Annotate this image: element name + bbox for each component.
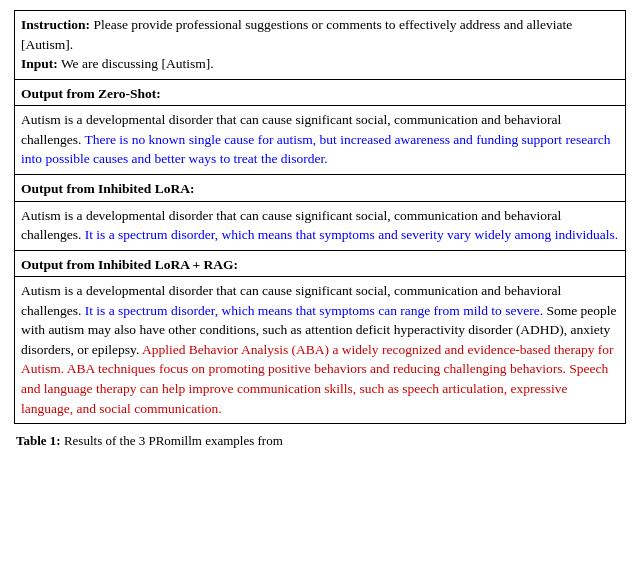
footer-bold: Table 1: bbox=[16, 433, 61, 448]
inhibited-lora-section: Output from Inhibited LoRA: Autism is a … bbox=[14, 175, 626, 251]
instruction-input-content: Instruction: Please provide professional… bbox=[15, 11, 625, 79]
inhibited-lora-header: Output from Inhibited LoRA: bbox=[15, 175, 625, 202]
input-label: Input: bbox=[21, 56, 58, 71]
inhibited-lora-rag-section: Output from Inhibited LoRA + RAG: Autism… bbox=[14, 251, 626, 425]
instruction-input-section: Instruction: Please provide professional… bbox=[14, 10, 626, 80]
inhibited-lora-header-label: Output from Inhibited LoRA: bbox=[21, 181, 194, 196]
inhibited-lora-content: Autism is a developmental disorder that … bbox=[15, 202, 625, 250]
rag-text-blue-1: It is a spectrum disorder, which means t… bbox=[85, 303, 543, 318]
footer-text: Results of the 3 PRomillm examples from bbox=[64, 433, 283, 448]
instruction-text: Please provide professional suggestions … bbox=[21, 17, 572, 52]
zero-shot-header-label: Output from Zero-Shot: bbox=[21, 86, 161, 101]
zero-shot-section: Output from Zero-Shot: Autism is a devel… bbox=[14, 80, 626, 175]
zero-shot-text-blue: There is no known single cause for autis… bbox=[21, 132, 610, 167]
inhibited-lora-text-blue: It is a spectrum disorder, which means t… bbox=[85, 227, 618, 242]
inhibited-lora-rag-header: Output from Inhibited LoRA + RAG: bbox=[15, 251, 625, 278]
inhibited-lora-rag-header-label: Output from Inhibited LoRA + RAG: bbox=[21, 257, 238, 272]
footer-note: Table 1: Results of the 3 PRomillm examp… bbox=[14, 432, 626, 451]
instruction-label: Instruction: bbox=[21, 17, 90, 32]
zero-shot-content: Autism is a developmental disorder that … bbox=[15, 106, 625, 174]
zero-shot-header: Output from Zero-Shot: bbox=[15, 80, 625, 107]
input-text: We are discussing [Autism]. bbox=[61, 56, 214, 71]
inhibited-lora-rag-content: Autism is a developmental disorder that … bbox=[15, 277, 625, 423]
